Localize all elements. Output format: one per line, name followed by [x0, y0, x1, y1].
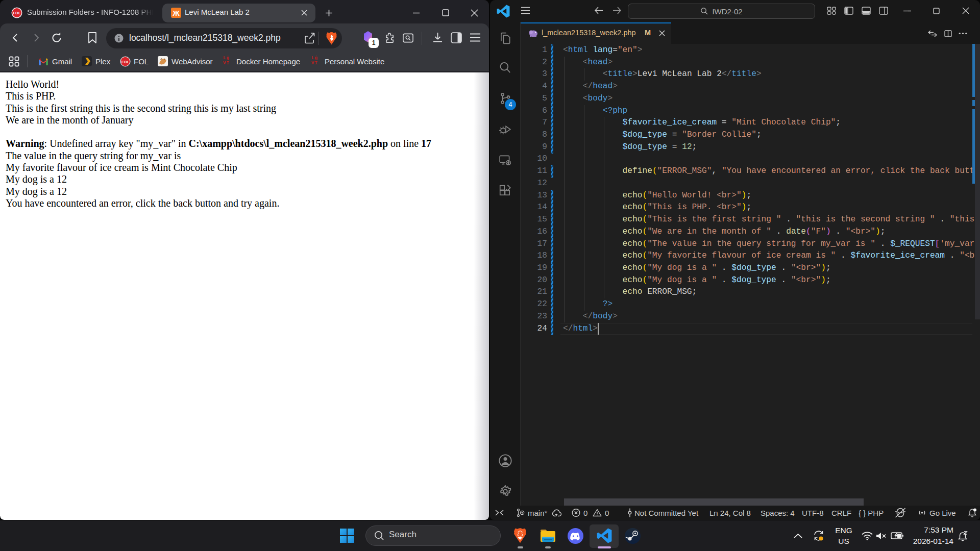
svg-text:Ж: Ж: [172, 9, 180, 17]
svg-text:FOL: FOL: [121, 60, 129, 64]
svg-text:FOL: FOL: [13, 11, 21, 15]
